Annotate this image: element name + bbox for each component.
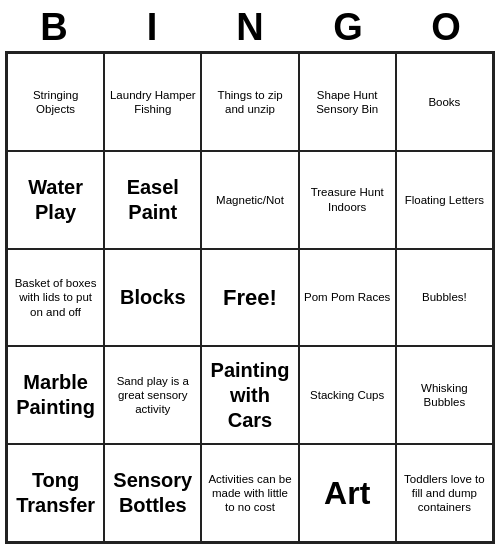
bingo-cell-1: Laundry Hamper Fishing	[104, 53, 201, 151]
header-letter-g: G	[304, 6, 392, 49]
bingo-cell-0: Stringing Objects	[7, 53, 104, 151]
bingo-cell-19: Whisking Bubbles	[396, 346, 493, 444]
bingo-cell-17: Painting with Cars	[201, 346, 298, 444]
header-letter-b: B	[10, 6, 98, 49]
bingo-header: B I N G O	[5, 0, 495, 51]
header-letter-n: N	[206, 6, 294, 49]
bingo-cell-23: Art	[299, 444, 396, 542]
bingo-cell-12: Free!	[201, 249, 298, 347]
bingo-cell-5: Water Play	[7, 151, 104, 249]
bingo-cell-22: Activities can be made with little to no…	[201, 444, 298, 542]
bingo-cell-8: Treasure Hunt Indoors	[299, 151, 396, 249]
bingo-cell-6: Easel Paint	[104, 151, 201, 249]
bingo-cell-14: Bubbles!	[396, 249, 493, 347]
bingo-cell-3: Shape Hunt Sensory Bin	[299, 53, 396, 151]
bingo-cell-20: Tong Transfer	[7, 444, 104, 542]
bingo-cell-18: Stacking Cups	[299, 346, 396, 444]
bingo-cell-21: Sensory Bottles	[104, 444, 201, 542]
bingo-cell-10: Basket of boxes with lids to put on and …	[7, 249, 104, 347]
bingo-cell-2: Things to zip and unzip	[201, 53, 298, 151]
bingo-cell-4: Books	[396, 53, 493, 151]
header-letter-o: O	[402, 6, 490, 49]
bingo-cell-11: Blocks	[104, 249, 201, 347]
bingo-cell-9: Floating Letters	[396, 151, 493, 249]
bingo-cell-24: Toddlers love to fill and dump container…	[396, 444, 493, 542]
bingo-cell-16: Sand play is a great sensory activity	[104, 346, 201, 444]
bingo-cell-13: Pom Pom Races	[299, 249, 396, 347]
bingo-cell-15: Marble Painting	[7, 346, 104, 444]
bingo-grid: Stringing ObjectsLaundry Hamper FishingT…	[5, 51, 495, 544]
bingo-cell-7: Magnetic/Not	[201, 151, 298, 249]
header-letter-i: I	[108, 6, 196, 49]
